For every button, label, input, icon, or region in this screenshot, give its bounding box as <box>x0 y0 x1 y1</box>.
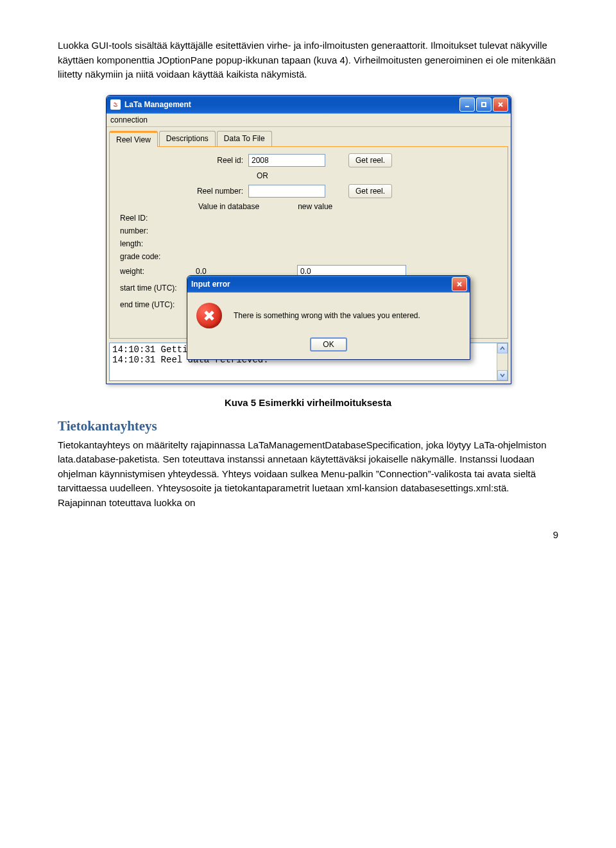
dialog-message: There is something wrong with the values… <box>234 311 420 320</box>
close-button[interactable] <box>493 98 508 112</box>
error-dialog: Input error There is something wrong wit… <box>187 275 470 360</box>
menubar: connection <box>107 114 511 127</box>
dialog-ok-button[interactable]: OK <box>310 337 346 352</box>
row-length-label: length: <box>115 239 191 248</box>
dialog-title: Input error <box>191 280 452 289</box>
page-number: 9 <box>58 529 558 540</box>
maximize-button[interactable] <box>476 98 492 112</box>
tab-reel-view[interactable]: Reel View <box>109 131 158 147</box>
tab-descriptions[interactable]: Descriptions <box>159 131 216 146</box>
intro-paragraph: Luokka GUI-tools sisältää käyttäjälle es… <box>58 38 558 82</box>
java-icon <box>110 99 121 110</box>
figure-5: LaTa Management connection Reel View Des… <box>106 95 510 384</box>
header-new: new value <box>298 202 332 211</box>
svg-rect-1 <box>482 103 486 106</box>
scroll-up-icon[interactable] <box>497 343 508 353</box>
reel-id-input[interactable] <box>248 154 325 167</box>
row-start-time-label: start time (UTC): <box>115 284 191 293</box>
row-reel-id-label: Reel ID: <box>115 214 191 223</box>
console-scrollbar[interactable] <box>497 343 508 380</box>
window-title: LaTa Management <box>124 100 459 109</box>
row-weight-label: weight: <box>115 267 191 276</box>
menu-connection[interactable]: connection <box>110 115 148 124</box>
figure-caption: Kuva 5 Esimerkki virheilmoituksesta <box>58 397 558 408</box>
column-headers: Value in database new value <box>198 202 502 211</box>
section-heading: Tietokantayhteys <box>58 418 558 434</box>
row-grade-code-label: grade code: <box>115 252 191 261</box>
error-icon <box>196 303 222 328</box>
minimize-button[interactable] <box>459 98 475 112</box>
titlebar: LaTa Management <box>107 96 511 114</box>
tab-data-to-file[interactable]: Data To File <box>217 131 272 146</box>
tab-body: Reel id: Get reel. OR Reel number: Get r… <box>109 147 508 339</box>
body-paragraph: Tietokantayhteys on määritelty rajapinna… <box>58 438 558 511</box>
reel-number-label: Reel number: <box>115 187 243 196</box>
row-end-time-label: end time (UTC): <box>115 300 191 309</box>
get-reel-button-2[interactable]: Get reel. <box>348 184 392 198</box>
row-number-label: number: <box>115 226 191 235</box>
or-label: OR <box>224 171 301 180</box>
scroll-down-icon[interactable] <box>497 370 508 380</box>
dialog-close-button[interactable] <box>452 277 467 291</box>
tabstrip: Reel View Descriptions Data To File <box>109 131 508 147</box>
header-db: Value in database <box>198 202 259 211</box>
reel-id-label: Reel id: <box>115 156 243 165</box>
reel-number-input[interactable] <box>248 185 325 198</box>
get-reel-button-1[interactable]: Get reel. <box>348 153 392 167</box>
weight-db-value: 0.0 <box>196 267 292 276</box>
window-buttons <box>459 98 508 112</box>
client-area: Reel View Descriptions Data To File Reel… <box>107 127 511 384</box>
main-window: LaTa Management connection Reel View Des… <box>106 95 511 384</box>
